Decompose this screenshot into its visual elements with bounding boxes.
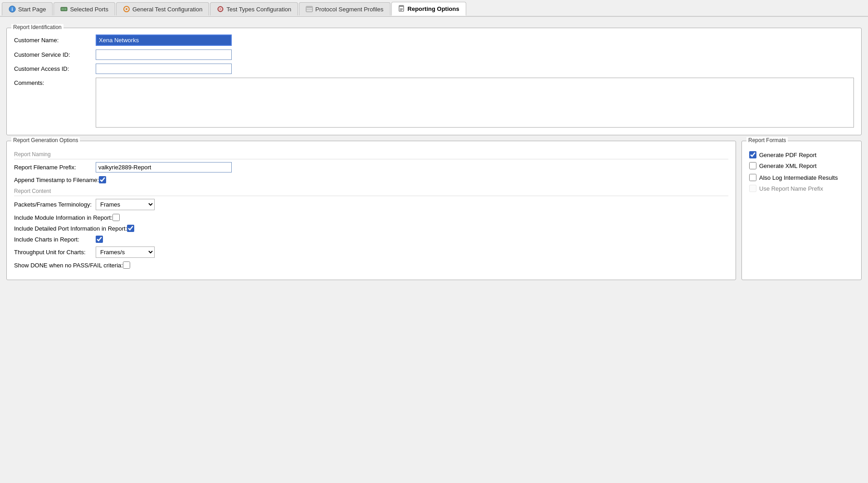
comments-label: Comments: — [14, 78, 96, 86]
customer-service-id-input[interactable] — [96, 49, 232, 60]
customer-access-id-input[interactable] — [96, 64, 232, 74]
customer-name-row: Customer Name: — [14, 34, 854, 46]
use-report-name-prefix-checkbox[interactable] — [749, 185, 756, 192]
test-types-icon — [217, 5, 224, 13]
report-filename-row: Report Filename Prefix: — [14, 162, 728, 172]
report-content-label: Report Content — [14, 188, 728, 196]
append-timestamp-label: Append Timestamp to Filename: — [14, 177, 99, 183]
include-charts-checkbox[interactable] — [96, 236, 103, 243]
tab-bar: i Start Page Selected Ports General Test… — [0, 0, 868, 17]
packets-frames-select[interactable]: Frames Packets — [96, 199, 155, 210]
throughput-unit-select[interactable]: Frames/s Packets/s Bits/s Mbps Gbps — [96, 246, 155, 258]
comments-textarea[interactable] — [96, 78, 854, 128]
report-identification-panel: Report Identification Customer Name: Cus… — [6, 28, 862, 135]
also-log-checkbox[interactable] — [749, 174, 756, 181]
report-identification-title: Report Identification — [11, 24, 63, 30]
generate-pdf-label: Generate PDF Report — [759, 152, 816, 158]
tab-general-test-config[interactable]: General Test Configuration — [116, 2, 209, 15]
include-detailed-port-row: Include Detailed Port Information in Rep… — [14, 225, 728, 232]
tab-protocol-segment-profiles[interactable]: Protocol Segment Profiles — [299, 2, 390, 15]
customer-access-id-label: Customer Access ID: — [14, 65, 96, 72]
report-formats-title: Report Formats — [746, 137, 788, 143]
svg-rect-3 — [62, 8, 63, 10]
include-module-label: Include Module Information in Report: — [14, 214, 112, 221]
report-generation-panel: Report Generation Options Report Naming … — [6, 141, 736, 280]
packets-frames-label: Packets/Frames Terminology: — [14, 201, 96, 208]
lower-section: Report Generation Options Report Naming … — [6, 141, 862, 280]
use-report-name-prefix-row: Use Report Name Prefix — [749, 185, 854, 192]
svg-rect-4 — [63, 8, 64, 10]
tab-start-page[interactable]: i Start Page — [2, 2, 53, 15]
report-formats-panel: Report Formats Generate PDF Report Gener… — [741, 141, 862, 280]
tab-selected-ports-label: Selected Ports — [70, 6, 108, 13]
svg-rect-15 — [399, 5, 404, 7]
generate-xml-checkbox[interactable] — [749, 162, 756, 169]
svg-rect-5 — [65, 8, 66, 10]
include-module-row: Include Module Information in Report: — [14, 214, 728, 221]
customer-service-id-label: Customer Service ID: — [14, 51, 96, 58]
customer-name-label: Customer Name: — [14, 37, 96, 44]
report-naming-label: Report Naming — [14, 151, 728, 159]
throughput-unit-label: Throughput Unit for Charts: — [14, 249, 96, 256]
customer-name-input[interactable] — [96, 34, 232, 46]
packets-frames-row: Packets/Frames Terminology: Frames Packe… — [14, 199, 728, 210]
tab-selected-ports[interactable]: Selected Ports — [54, 2, 115, 15]
throughput-unit-row: Throughput Unit for Charts: Frames/s Pac… — [14, 246, 728, 258]
config-icon — [123, 5, 130, 13]
tab-reporting-options-label: Reporting Options — [408, 5, 459, 12]
append-timestamp-row: Append Timestamp to Filename: — [14, 176, 728, 183]
tab-protocol-segment-profiles-label: Protocol Segment Profiles — [315, 6, 383, 13]
customer-service-id-row: Customer Service ID: — [14, 49, 854, 60]
generate-pdf-checkbox[interactable] — [749, 151, 756, 158]
svg-point-7 — [126, 8, 127, 10]
show-done-label: Show DONE when no PASS/FAIL criteria: — [14, 262, 123, 269]
include-charts-label: Include Charts in Report: — [14, 236, 96, 243]
svg-point-10 — [220, 9, 221, 10]
include-charts-row: Include Charts in Report: — [14, 236, 728, 243]
show-done-checkbox[interactable] — [123, 261, 130, 269]
report-filename-prefix-label: Report Filename Prefix: — [14, 164, 96, 171]
use-report-name-prefix-label: Use Report Name Prefix — [759, 185, 823, 192]
customer-access-id-row: Customer Access ID: — [14, 64, 854, 74]
append-timestamp-checkbox[interactable] — [99, 176, 106, 183]
report-icon — [398, 5, 405, 12]
generate-pdf-row: Generate PDF Report — [749, 151, 854, 158]
show-done-row: Show DONE when no PASS/FAIL criteria: — [14, 261, 728, 269]
svg-rect-12 — [306, 6, 312, 8]
report-filename-prefix-input[interactable] — [96, 162, 232, 172]
generate-xml-label: Generate XML Report — [759, 163, 817, 169]
tab-test-types-config-label: Test Types Configuration — [226, 6, 291, 13]
main-content: Report Identification Customer Name: Cus… — [0, 17, 868, 290]
ports-icon — [60, 5, 68, 13]
generate-xml-row: Generate XML Report — [749, 162, 854, 169]
segment-icon — [306, 5, 313, 13]
tab-start-page-label: Start Page — [18, 6, 46, 13]
also-log-label: Also Log Intermediate Results — [759, 174, 838, 181]
tab-general-test-config-label: General Test Configuration — [132, 6, 202, 13]
include-detailed-port-label: Include Detailed Port Information in Rep… — [14, 225, 127, 232]
tab-reporting-options[interactable]: Reporting Options — [391, 2, 466, 16]
report-generation-title: Report Generation Options — [11, 137, 80, 143]
comments-row: Comments: — [14, 78, 854, 128]
tab-test-types-config[interactable]: Test Types Configuration — [210, 2, 298, 15]
svg-text:i: i — [12, 7, 13, 12]
info-icon: i — [9, 5, 16, 13]
also-log-row: Also Log Intermediate Results — [749, 174, 854, 181]
include-module-checkbox[interactable] — [112, 214, 120, 221]
include-detailed-port-checkbox[interactable] — [127, 225, 134, 232]
